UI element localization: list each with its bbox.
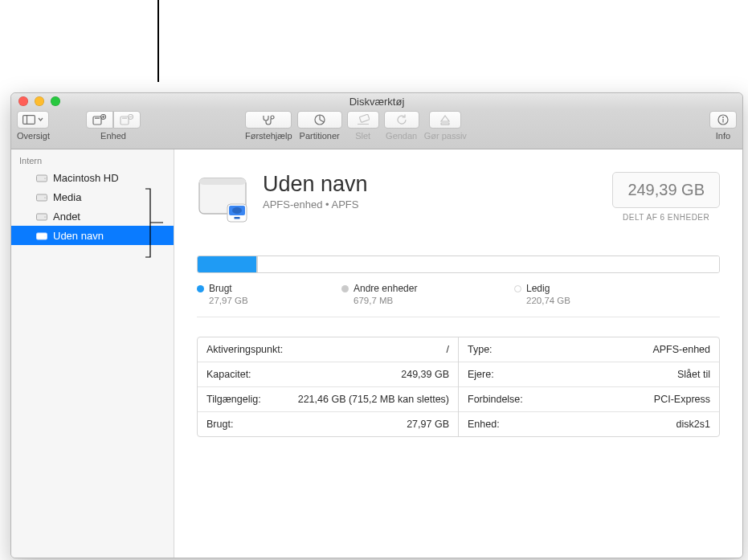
sidebar-item-other[interactable]: Andet: [11, 206, 174, 226]
sidebar-item-label: Macintosh HD: [53, 172, 119, 184]
pie-icon: [314, 114, 325, 125]
svg-point-21: [44, 178, 45, 178]
sidebar-item-media[interactable]: Media: [11, 187, 174, 206]
toolbar: Oversigt Enhed Førstehjælp: [11, 109, 742, 149]
info-icon: [717, 114, 729, 125]
info-key: Brugt:: [206, 419, 233, 430]
info-val: 27,97 GB: [407, 419, 449, 430]
toolbar-label-info: Info: [716, 131, 730, 141]
info-key: Enhed:: [468, 419, 500, 430]
legend-used-value: 27,97 GB: [209, 296, 341, 305]
content-pane: Uden navn APFS-enhed • APFS 249,39 GB DE…: [174, 149, 742, 558]
info-button[interactable]: [709, 111, 737, 129]
toolbar-label-restore: Gendan: [386, 131, 417, 141]
svg-rect-7: [121, 116, 129, 125]
sidebar-item-label: Andet: [53, 211, 80, 223]
info-key: Forbindelse:: [468, 394, 523, 405]
info-val: 221,46 GB (715,2 MB kan slettes): [298, 394, 449, 405]
legend-other-value: 679,7 MB: [354, 296, 514, 305]
svg-rect-29: [199, 178, 246, 185]
disk-utility-window: Diskværktøj Oversigt Enhed: [10, 92, 743, 558]
hdd-icon: [35, 171, 48, 184]
toolbar-label-erase: Slet: [355, 131, 370, 141]
first-aid-button[interactable]: [245, 111, 292, 129]
toolbar-label-volume: Enhed: [100, 131, 126, 141]
toolbar-label-firstaid: Førstehjælp: [245, 131, 292, 141]
info-val: disk2s1: [676, 419, 710, 430]
svg-rect-33: [235, 217, 240, 219]
svg-point-27: [44, 235, 45, 236]
info-table: Aktiveringspunkt:/ Kapacitet:249,39 GB T…: [197, 337, 720, 437]
svg-rect-0: [23, 116, 35, 125]
volume-plus-icon: [92, 114, 107, 125]
minimize-window-button[interactable]: [35, 96, 44, 106]
svg-marker-15: [441, 116, 449, 121]
sidebar-icon: [22, 115, 35, 125]
usage-segment-free: [258, 256, 719, 272]
window-title: Diskværktøj: [11, 96, 742, 108]
restore-icon: [396, 114, 407, 125]
hdd-icon: [35, 190, 48, 203]
toolbar-label-partition: Partitioner: [300, 131, 340, 141]
info-val: /: [447, 344, 449, 355]
volume-large-icon: [197, 172, 248, 223]
volume-subtitle: APFS-enhed • APFS: [263, 198, 368, 211]
sidebar-section-internal: Intern: [11, 154, 174, 168]
legend-used-label: Brugt: [209, 283, 232, 294]
sidebar: Intern Macintosh HD Media Andet: [11, 149, 174, 558]
chevron-down-icon: [38, 117, 43, 122]
legend-free-value: 220,74 GB: [526, 296, 675, 305]
svg-rect-13: [359, 114, 370, 122]
titlebar: Diskværktøj: [11, 93, 742, 109]
sidebar-item-untitled[interactable]: Uden navn: [11, 226, 174, 245]
add-volume-button[interactable]: [86, 111, 113, 129]
stethoscope-icon: [261, 114, 276, 125]
dot-other-icon: [341, 285, 349, 292]
toolbar-label-unmount: Gør passiv: [424, 131, 467, 141]
eject-icon: [440, 115, 450, 125]
svg-point-25: [44, 216, 45, 217]
usage-bar: [197, 255, 720, 273]
info-val: Slået til: [677, 369, 710, 380]
view-menu-button[interactable]: [17, 111, 49, 129]
erase-button[interactable]: [347, 111, 379, 129]
volume-minus-icon: [120, 114, 134, 125]
usage-legend: Brugt 27,97 GB Andre enheder 679,7 MB Le…: [197, 283, 720, 317]
hdd-icon: [35, 210, 48, 223]
fullscreen-window-button[interactable]: [51, 96, 60, 106]
erase-icon: [357, 114, 370, 125]
svg-rect-2: [93, 116, 101, 125]
volume-title: Uden navn: [263, 172, 368, 197]
restore-button[interactable]: [384, 111, 419, 129]
unmount-button[interactable]: [429, 111, 461, 129]
close-window-button[interactable]: [18, 96, 28, 106]
svg-point-18: [722, 116, 724, 118]
capacity-subtitle: DELT AF 6 ENHEDER: [612, 213, 720, 222]
info-key: Type:: [468, 344, 493, 355]
capacity-badge: 249,39 GB: [612, 172, 720, 208]
legend-free-label: Ledig: [526, 283, 550, 294]
dot-free-icon: [514, 285, 521, 292]
info-key: Ejere:: [468, 369, 494, 380]
sidebar-item-label: Uden navn: [53, 230, 104, 242]
hdd-icon: [35, 229, 48, 242]
svg-rect-16: [441, 123, 449, 125]
usage-segment-used: [198, 256, 256, 272]
info-val: 249,39 GB: [401, 369, 449, 380]
partition-button[interactable]: [297, 111, 342, 129]
info-key: Tilgængelig:: [206, 394, 261, 405]
toolbar-label-view: Oversigt: [17, 131, 50, 141]
info-key: Aktiveringspunkt:: [206, 344, 283, 355]
info-key: Kapacitet:: [206, 369, 251, 380]
dot-used-icon: [197, 285, 204, 292]
remove-volume-button[interactable]: [113, 111, 141, 129]
svg-point-11: [271, 116, 274, 119]
info-val: APFS-enhed: [652, 344, 710, 355]
sidebar-item-label: Media: [53, 191, 81, 203]
info-val: PCI-Express: [654, 394, 710, 405]
sidebar-item-macintosh-hd[interactable]: Macintosh HD: [11, 168, 174, 187]
svg-point-23: [44, 197, 45, 198]
legend-other-label: Andre enheder: [354, 283, 417, 294]
